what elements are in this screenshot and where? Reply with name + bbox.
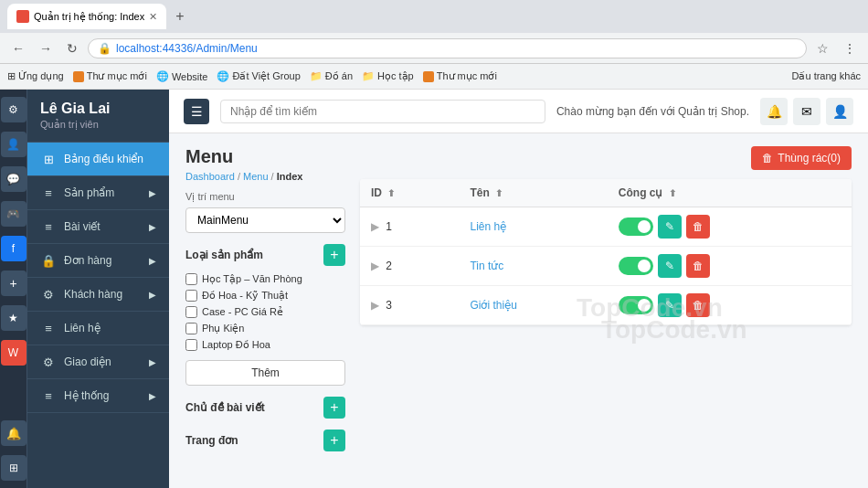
row2-delete-btn[interactable]: 🗑: [686, 254, 710, 278]
trang-don-add-btn[interactable]: +: [323, 430, 345, 451]
row1-expand-icon[interactable]: ▶: [371, 220, 379, 233]
search-input[interactable]: [220, 100, 545, 123]
sidebar-item-lien-he[interactable]: ≡ Liên hệ: [27, 312, 169, 345]
them-button[interactable]: Thêm: [185, 360, 345, 386]
ten-sort-icon: ⬆: [495, 188, 503, 198]
trang-don-header: Trang đơn +: [185, 430, 345, 451]
sidebar-item-label-bai-viet: Bài viết: [64, 220, 101, 233]
row2-toggle-btn[interactable]: [619, 257, 653, 275]
checkbox-phu-kien-input[interactable]: [185, 323, 197, 334]
notification-btn[interactable]: 🔔: [760, 98, 788, 125]
sidebar-icon-settings[interactable]: ⚙: [1, 97, 26, 122]
checkbox-laptop-input[interactable]: [185, 339, 197, 351]
bookmark-hoc-tap[interactable]: 📁 Học tập: [362, 70, 414, 82]
checkbox-hoc-tap[interactable]: Học Tập – Văn Phòng: [185, 273, 345, 285]
sidebar-item-khach-hang[interactable]: ⚙ Khách hàng ▶: [27, 278, 169, 312]
checkbox-laptop[interactable]: Laptop Đồ Hoa: [185, 339, 345, 351]
loai-san-pham-add-btn[interactable]: +: [323, 244, 345, 266]
checkbox-case[interactable]: Case - PC Giá Rẻ: [185, 306, 345, 318]
welcome-text: Chào mừng bạn đến với Quản trị Shop.: [556, 105, 749, 118]
trang-don-block: Trang đơn +: [185, 430, 345, 451]
checkbox-case-input[interactable]: [185, 306, 197, 318]
checkbox-hoc-tap-input[interactable]: [185, 273, 197, 285]
sidebar-icon-logo-w[interactable]: W: [1, 340, 26, 366]
sidebar-item-san-pham[interactable]: ≡ Sản phẩm ▶: [27, 176, 169, 210]
bookmark-dat-viet[interactable]: 🌐 Đất Việt Group: [217, 70, 300, 82]
row2-name-link[interactable]: Tin tức: [470, 260, 503, 272]
bookmark-thu-muc-2-label: Thư mục mới: [437, 70, 497, 82]
checkbox-phu-kien[interactable]: Phụ Kiện: [185, 323, 345, 334]
user-avatar-btn[interactable]: 👤: [826, 98, 853, 125]
sidebar-item-don-hang[interactable]: 🔒 Đơn hàng ▶: [27, 244, 169, 278]
sidebar-icon-plus[interactable]: +: [1, 271, 26, 296]
checkbox-case-label: Case - PC Giá Rẻ: [202, 306, 283, 318]
bai-viet-arrow-icon: ▶: [149, 222, 156, 232]
row3-edit-btn[interactable]: ✎: [658, 293, 682, 317]
sidebar-item-label-san-pham: Sản phẩm: [64, 186, 114, 199]
row3-toggle-btn[interactable]: [619, 296, 653, 314]
bookmark-apps[interactable]: ⊞ Ứng dụng: [7, 70, 64, 82]
tab-favicon: [16, 10, 29, 23]
row1-name-link[interactable]: Liên hệ: [470, 220, 506, 233]
breadcrumb-dashboard[interactable]: Dashboard: [185, 171, 235, 182]
th-cong-cu: Công cụ ⬆: [608, 179, 852, 207]
new-tab-btn[interactable]: +: [172, 8, 187, 25]
breadcrumb-menu[interactable]: Menu: [243, 171, 269, 182]
cong-cu-sort-icon: ⬆: [669, 188, 676, 198]
bookmark-dau-trang-khac[interactable]: Dấu trang khác: [789, 70, 861, 82]
checkbox-list: Học Tập – Văn Phòng Đồ Hoa - Kỹ Thuật Ca…: [185, 273, 345, 351]
reload-btn[interactable]: ↻: [62, 39, 82, 58]
back-btn[interactable]: ←: [7, 39, 29, 58]
folder-icon: [73, 71, 84, 82]
th-ten[interactable]: Tên ⬆: [459, 179, 607, 207]
row3-expand-icon[interactable]: ▶: [371, 299, 379, 312]
more-options-btn[interactable]: ⋮: [839, 39, 861, 58]
row2-expand-icon[interactable]: ▶: [371, 260, 379, 272]
address-bar[interactable]: 🔒 localhost:44336/Admin/Menu: [88, 38, 807, 58]
bookmark-thu-muc-moi[interactable]: Thư mục mới: [73, 70, 147, 82]
mail-btn[interactable]: ✉: [793, 98, 820, 125]
menu-toggle-btn[interactable]: ☰: [184, 99, 209, 124]
bookmark-thu-muc-moi-2[interactable]: Thư mục mới: [423, 70, 497, 82]
sidebar-item-bai-viet[interactable]: ≡ Bài viết ▶: [27, 210, 169, 244]
row1-tools-cell: ✎ 🗑: [608, 207, 852, 247]
checkbox-do-hoa-input[interactable]: [185, 290, 197, 302]
sidebar-icon-message[interactable]: 💬: [1, 166, 26, 192]
sidebar-item-label-he-thong: Hệ thống: [64, 389, 109, 402]
san-pham-icon: ≡: [40, 185, 57, 201]
active-tab[interactable]: Quản trị hệ thống: Index ✕: [7, 4, 166, 29]
sidebar-icon-fb[interactable]: f: [1, 236, 26, 261]
topbar: ☰ Chào mừng bạn đến với Quản trị Shop. 🔔…: [169, 90, 868, 133]
sidebar-icon-bell[interactable]: 🔔: [1, 420, 26, 446]
row1-name-cell: Liên hệ: [459, 207, 607, 247]
sidebar-icon-star[interactable]: ★: [1, 305, 26, 331]
row1-edit-btn[interactable]: ✎: [658, 215, 682, 239]
row2-edit-btn[interactable]: ✎: [658, 254, 682, 278]
row3-name-link[interactable]: Giới thiệu: [470, 299, 516, 312]
hoc-tap-icon: 📁: [362, 70, 375, 82]
tab-close-btn[interactable]: ✕: [149, 11, 157, 23]
trash-btn[interactable]: 🗑 Thùng rác(0): [751, 146, 852, 170]
vi-tri-menu-select[interactable]: MainMenuFooterMenu: [185, 207, 345, 233]
th-id[interactable]: ID ⬆: [360, 179, 459, 207]
id-col-label: ID: [371, 186, 382, 199]
sidebar-icon-apps[interactable]: ⊞: [1, 455, 26, 481]
checkbox-hoc-tap-label: Học Tập – Văn Phòng: [202, 273, 302, 285]
bookmark-website[interactable]: 🌐 Website: [156, 70, 208, 82]
bookmark-do-an[interactable]: 📁 Đồ án: [310, 70, 353, 82]
chu-de-add-btn[interactable]: +: [323, 397, 345, 419]
row1-delete-btn[interactable]: 🗑: [686, 215, 710, 239]
lock-icon: 🔒: [98, 42, 111, 55]
sidebar-item-giao-dien[interactable]: ⚙ Giao diện ▶: [27, 345, 169, 379]
sidebar-icon-game[interactable]: 🎮: [1, 201, 26, 227]
sidebar-icon-user[interactable]: 👤: [1, 132, 26, 157]
bookmark-star[interactable]: ☆: [812, 39, 833, 58]
page-header: Menu Dashboard / Menu / Index: [185, 146, 345, 182]
checkbox-do-hoa[interactable]: Đồ Hoa - Kỹ Thuật: [185, 290, 345, 302]
forward-btn[interactable]: →: [35, 39, 57, 58]
row1-toggle-btn[interactable]: [619, 217, 653, 236]
content-wrapper: Menu Dashboard / Menu / Index Vị trí men…: [169, 133, 868, 488]
row3-delete-btn[interactable]: 🗑: [686, 293, 710, 317]
sidebar-item-he-thong[interactable]: ≡ Hệ thống ▶: [27, 379, 169, 413]
sidebar-item-dashboard[interactable]: ⊞ Bảng điều khiển: [27, 143, 169, 176]
